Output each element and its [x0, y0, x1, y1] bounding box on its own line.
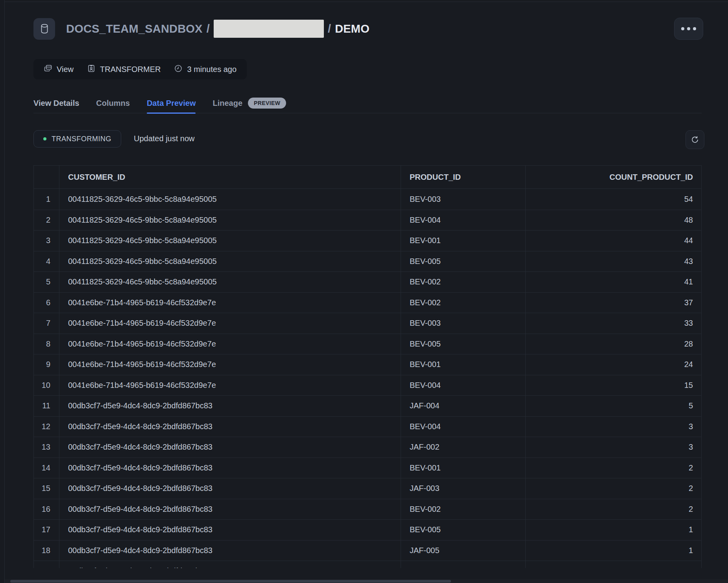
customer-id-cell: 00db3cf7-d5e9-4dc4-8dc9-2bdfd867bc83	[59, 561, 401, 568]
table-row: 8 0041e6be-71b4-4965-b619-46cf532d9e7e B…	[34, 334, 701, 354]
scrollbar-thumb[interactable]	[10, 580, 451, 583]
table-row: 17 00db3cf7-d5e9-4dc4-8dc9-2bdfd867bc83 …	[34, 519, 701, 540]
table-row: 7 0041e6be-71b4-4965-b619-46cf532d9e7e B…	[34, 313, 701, 334]
status-row: TRANSFORMING Updated just now	[33, 130, 704, 149]
refresh-icon	[690, 135, 700, 144]
table-row: 13 00db3cf7-d5e9-4dc4-8dc9-2bdfd867bc83 …	[34, 437, 701, 458]
row-number-cell: 9	[34, 354, 59, 375]
table-row: 15 00db3cf7-d5e9-4dc4-8dc9-2bdfd867bc83 …	[34, 478, 701, 499]
product-id-cell: JAF-002	[401, 437, 526, 458]
redacted-schema-name	[214, 20, 324, 38]
product-id-cell: BEV-004	[401, 417, 526, 437]
product-id-cell: BEV-001	[401, 458, 526, 478]
customer-id-cell: 00db3cf7-d5e9-4dc4-8dc9-2bdfd867bc83	[59, 458, 401, 478]
product-id-cell: BEV-005	[401, 334, 526, 354]
tab-label: Data Preview	[147, 99, 196, 108]
product-id-cell: BEV-003	[401, 189, 526, 210]
customer-id-cell: 0041e6be-71b4-4965-b619-46cf532d9e7e	[59, 293, 401, 313]
transformer-badge-icon	[87, 64, 96, 75]
tab-data-preview[interactable]: Data Preview	[147, 93, 196, 113]
table-row: 14 00db3cf7-d5e9-4dc4-8dc9-2bdfd867bc83 …	[34, 458, 701, 478]
table-row: 3 00411825-3629-46c5-9bbc-5c8a94e95005 B…	[34, 230, 701, 251]
count-cell: 1	[526, 520, 701, 540]
customer-id-cell: 00db3cf7-d5e9-4dc4-8dc9-2bdfd867bc83	[59, 499, 401, 520]
count-cell: 37	[526, 293, 701, 313]
row-number-cell: 17	[34, 520, 59, 540]
customer-id-cell: 00db3cf7-d5e9-4dc4-8dc9-2bdfd867bc83	[59, 437, 401, 458]
row-number-cell: 4	[34, 251, 59, 272]
object-role-label: TRANSFORMER	[100, 65, 161, 74]
row-number-cell: 11	[34, 396, 59, 416]
page-title: DOCS_TEAM_SANDBOX / / DEMO	[66, 20, 370, 38]
more-options-button[interactable]	[674, 18, 703, 40]
customer-id-cell: 0041e6be-71b4-4965-b619-46cf532d9e7e	[59, 313, 401, 334]
table-row: 6 0041e6be-71b4-4965-b619-46cf532d9e7e B…	[34, 292, 701, 313]
customer-id-cell: 00db3cf7-d5e9-4dc4-8dc9-2bdfd867bc83	[59, 417, 401, 437]
row-number-cell: 8	[34, 334, 59, 354]
product-id-header: PRODUCT_ID	[401, 166, 526, 188]
count-cell: 3	[526, 417, 701, 437]
count-cell: 2	[526, 478, 701, 499]
object-updated-label: 3 minutes ago	[187, 65, 237, 74]
count-cell: 24	[526, 354, 701, 375]
tab-columns[interactable]: Columns	[96, 93, 130, 113]
customer-id-cell: 00411825-3629-46c5-9bbc-5c8a94e95005	[59, 251, 401, 272]
refresh-button[interactable]	[686, 130, 704, 149]
customer-id-cell: 0041e6be-71b4-4965-b619-46cf532d9e7e	[59, 375, 401, 396]
table-row: 19 00db3cf7-d5e9-4dc4-8dc9-2bdfd867bc83 …	[34, 561, 701, 568]
table-body: 1 00411825-3629-46c5-9bbc-5c8a94e95005 B…	[34, 189, 701, 568]
count-cell: 15	[526, 375, 701, 396]
product-id-cell: BEV-003	[401, 313, 526, 334]
table-row: 1 00411825-3629-46c5-9bbc-5c8a94e95005 B…	[34, 189, 701, 210]
customer-id-cell: 0041e6be-71b4-4965-b619-46cf532d9e7e	[59, 354, 401, 375]
row-number-cell: 6	[34, 293, 59, 313]
customer-id-cell: 00db3cf7-d5e9-4dc4-8dc9-2bdfd867bc83	[59, 478, 401, 499]
row-number-cell: 2	[34, 210, 59, 231]
count-cell: 5	[526, 396, 701, 416]
object-role: TRANSFORMER	[87, 64, 161, 75]
product-id-cell: BEV-005	[401, 520, 526, 540]
table-row: 5 00411825-3629-46c5-9bbc-5c8a94e95005 B…	[34, 271, 701, 292]
status-badge-label: TRANSFORMING	[52, 135, 111, 143]
row-number-cell: 1	[34, 189, 59, 210]
row-number-header	[34, 166, 59, 188]
object-updated: 3 minutes ago	[174, 64, 237, 75]
customer-id-cell: 00db3cf7-d5e9-4dc4-8dc9-2bdfd867bc83	[59, 396, 401, 416]
customer-id-cell: 00411825-3629-46c5-9bbc-5c8a94e95005	[59, 231, 401, 251]
customer-id-cell: 00411825-3629-46c5-9bbc-5c8a94e95005	[59, 189, 401, 210]
table-row: 16 00db3cf7-d5e9-4dc4-8dc9-2bdfd867bc83 …	[34, 499, 701, 520]
table-row: 11 00db3cf7-d5e9-4dc4-8dc9-2bdfd867bc83 …	[34, 395, 701, 416]
table-row: 18 00db3cf7-d5e9-4dc4-8dc9-2bdfd867bc83 …	[34, 540, 701, 561]
object-meta-bar: View TRANSFORMER 3 minutes ago	[33, 59, 247, 79]
tab-view-details[interactable]: View Details	[33, 93, 79, 113]
title-path-prefix: DOCS_TEAM_SANDBOX	[66, 22, 203, 35]
product-id-cell: BEV-001	[401, 231, 526, 251]
count-cell: 28	[526, 334, 701, 354]
count-cell: 1	[526, 561, 701, 568]
horizontal-scrollbar[interactable]	[5, 579, 728, 583]
count-cell: 33	[526, 313, 701, 334]
count-cell: 48	[526, 210, 701, 231]
product-id-cell: JAF-003	[401, 478, 526, 499]
product-id-cell: JAF-004	[401, 396, 526, 416]
customer-id-header: CUSTOMER_ID	[59, 166, 401, 188]
panel-left-border	[4, 0, 5, 583]
table-row: 10 0041e6be-71b4-4965-b619-46cf532d9e7e …	[34, 375, 701, 396]
product-id-cell: BEV-004	[401, 375, 526, 396]
product-id-cell: BEV-002	[401, 499, 526, 520]
row-number-cell: 19	[34, 561, 59, 568]
product-id-cell: BEV-005	[401, 251, 526, 272]
tab-label: View Details	[33, 99, 79, 108]
row-number-cell: 3	[34, 231, 59, 251]
table-row: 12 00db3cf7-d5e9-4dc4-8dc9-2bdfd867bc83 …	[34, 416, 701, 437]
tab-lineage[interactable]: Lineage PREVIEW	[212, 93, 286, 113]
table-row: 9 0041e6be-71b4-4965-b619-46cf532d9e7e B…	[34, 354, 701, 375]
row-number-cell: 15	[34, 478, 59, 499]
count-product-id-header: COUNT_PRODUCT_ID	[526, 166, 701, 188]
count-cell: 3	[526, 437, 701, 458]
row-number-cell: 13	[34, 437, 59, 458]
count-cell: 2	[526, 499, 701, 520]
object-type-label: View	[57, 65, 74, 74]
panel-top-border	[4, 2, 728, 2]
customer-id-cell: 00411825-3629-46c5-9bbc-5c8a94e95005	[59, 210, 401, 231]
